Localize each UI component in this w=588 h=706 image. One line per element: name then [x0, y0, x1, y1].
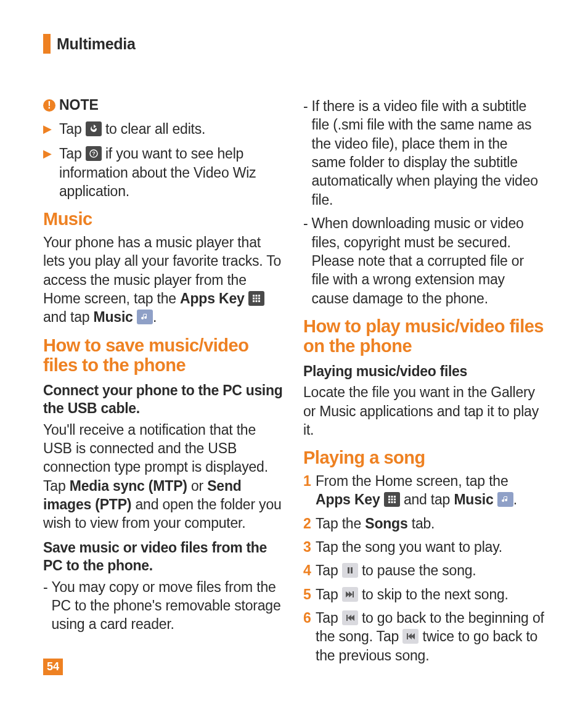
skip-next-icon [342, 587, 358, 602]
note-bullet: ▶ Tap to clear all edits. [43, 120, 285, 138]
step-row: 1 From the Home screen, tap the Apps Key… [303, 472, 545, 509]
triangle-bullet-icon: ▶ [43, 147, 52, 200]
svg-text:?: ? [92, 150, 95, 157]
svg-rect-28 [407, 633, 408, 639]
svg-rect-9 [255, 300, 257, 302]
svg-marker-23 [349, 591, 353, 597]
svg-rect-13 [394, 496, 396, 498]
heading-music: Music [43, 209, 285, 229]
note-label: NOTE [59, 97, 99, 113]
step-number: 1 [303, 472, 316, 509]
play-paragraph: Locate the file you want in the Gallery … [303, 383, 545, 439]
svg-rect-8 [253, 300, 255, 302]
step-row: 2 Tap the Songs tab. [303, 514, 545, 533]
svg-rect-6 [255, 297, 257, 299]
dash-text: When downloading music or video files, c… [311, 214, 545, 308]
connect-paragraph: You'll receive a notification that the U… [43, 421, 285, 533]
pause-icon [342, 563, 358, 578]
triangle-bullet-icon: ▶ [43, 122, 52, 138]
svg-rect-24 [353, 591, 354, 597]
subheading-playing-files: Playing music/video files [303, 363, 545, 380]
svg-rect-7 [258, 297, 260, 299]
page-number: 54 [43, 659, 63, 675]
help-icon: ? [86, 146, 102, 161]
step-text: Tap to skip to the next song. [316, 585, 508, 604]
alert-icon: ! [43, 99, 55, 112]
step-number: 5 [303, 585, 316, 604]
step-text: Tap to pause the song. [316, 561, 476, 580]
dash-text: If there is a video file with a subtitle… [311, 97, 545, 209]
svg-rect-2 [253, 295, 255, 297]
note-bullet: ▶ Tap ? if you want to see help informat… [43, 144, 285, 200]
step-row: 6 Tap to go back to the beginning of the… [303, 609, 545, 665]
dash-bullet: - [303, 97, 308, 209]
svg-rect-4 [258, 295, 260, 297]
dash-item: - If there is a video file with a subtit… [303, 97, 545, 209]
svg-rect-11 [388, 496, 390, 498]
svg-rect-14 [388, 499, 390, 501]
apps-grid-icon [248, 291, 264, 306]
subheading-connect: Connect your phone to the PC using the U… [43, 382, 285, 418]
step-row: 3 Tap the song you want to play. [303, 538, 545, 556]
note-text: Tap to clear all edits. [59, 120, 205, 138]
step-number: 6 [303, 609, 316, 665]
step-text: Tap to go back to the beginning of the s… [316, 609, 545, 665]
apps-grid-icon [384, 492, 400, 507]
svg-rect-20 [348, 567, 349, 573]
svg-rect-21 [351, 567, 353, 573]
music-note-icon [137, 310, 153, 324]
page: Multimedia ! NOTE ▶ Tap to clear all edi… [0, 0, 588, 670]
heading-playing-song: Playing a song [303, 448, 545, 467]
subheading-save-files: Save music or video files from the PC to… [43, 539, 285, 575]
music-paragraph: Your phone has a music player that lets … [43, 233, 285, 327]
step-number: 2 [303, 514, 316, 533]
step-number: 4 [303, 561, 316, 580]
svg-rect-10 [258, 300, 260, 302]
step-text: Tap the Songs tab. [316, 514, 435, 533]
chapter-accent-bar [43, 34, 51, 54]
heading-play-files: How to play music/video files on the pho… [303, 316, 545, 356]
svg-rect-12 [391, 496, 393, 498]
svg-rect-3 [255, 295, 257, 297]
dash-text: You may copy or move files from the PC t… [51, 578, 285, 634]
note-heading: ! NOTE [43, 97, 285, 113]
dash-item: - You may copy or move files from the PC… [43, 578, 285, 634]
left-column: ! NOTE ▶ Tap to clear all edits. ▶ Tap ?… [43, 97, 285, 670]
right-column: - If there is a video file with a subtit… [303, 97, 545, 670]
step-number: 3 [303, 538, 316, 556]
dash-item: - When downloading music or video files,… [303, 214, 545, 308]
svg-rect-25 [346, 615, 348, 621]
step-text: From the Home screen, tap the Apps Key a… [316, 472, 545, 509]
svg-rect-5 [253, 297, 255, 299]
dash-bullet: - [303, 214, 308, 308]
svg-rect-18 [391, 501, 393, 503]
chapter-title: Multimedia [57, 35, 136, 53]
svg-rect-17 [388, 501, 390, 503]
note-text: Tap ? if you want to see help informatio… [59, 144, 285, 200]
svg-rect-15 [391, 499, 393, 501]
dash-bullet: - [43, 578, 47, 634]
svg-rect-16 [394, 499, 396, 501]
chapter-header: Multimedia [43, 34, 545, 54]
step-row: 4 Tap to pause the song. [303, 561, 545, 580]
svg-rect-19 [394, 501, 396, 503]
step-row: 5 Tap to skip to the next song. [303, 585, 545, 604]
content-columns: ! NOTE ▶ Tap to clear all edits. ▶ Tap ?… [43, 97, 545, 670]
reset-icon [86, 121, 102, 136]
step-text: Tap the song you want to play. [316, 538, 502, 556]
skip-previous-icon [342, 610, 358, 625]
skip-previous-icon [402, 629, 419, 644]
music-note-icon [497, 492, 513, 507]
heading-save-files: How to save music/video files to the pho… [43, 335, 285, 376]
